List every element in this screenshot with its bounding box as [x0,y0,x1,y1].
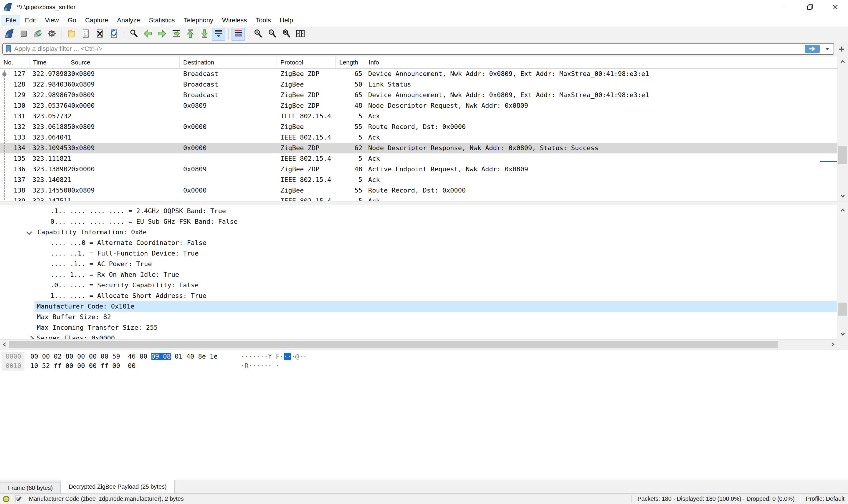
detail-line-5[interactable]: .... .1.. = AC Power: True [0,259,837,269]
detail-line-3[interactable]: .... ...0 = Alternate Coordinator: False [0,238,837,248]
menu-capture[interactable]: Capture [81,15,112,25]
zoom-out-button[interactable] [265,28,279,41]
column-header-info[interactable]: Info [365,56,837,68]
scroll-down-arrow-icon[interactable] [837,191,848,201]
detail-line-4[interactable]: .... ..1. = Full-Function Device: True [0,248,837,259]
byte-view-tab-active[interactable]: Decrypted ZigBee Payload (25 bytes) [61,480,174,493]
detail-scrollbar[interactable] [837,205,848,339]
detail-line-7[interactable]: .0.. .... = Security Capability: False [0,280,837,291]
close-file-button[interactable] [93,28,107,41]
column-header-destination[interactable]: Destination [180,56,277,68]
menu-edit[interactable]: Edit [20,15,40,25]
packet-row-133[interactable]: 133323.064041IEEE 802.15.45Ack [0,132,837,143]
hex-row-0[interactable]: 000000 00 02 80 00 00 00 59 46 00 09 08 … [0,352,848,361]
packet-row-132[interactable]: 132323.0618850x08090x0000ZigBee55Route R… [0,122,837,132]
scroll-left-arrow-icon[interactable] [0,339,9,349]
scroll-up-arrow-icon[interactable] [837,205,848,215]
column-header-length[interactable]: Length [336,56,365,68]
apply-filter-button[interactable] [805,45,820,53]
go-last-button[interactable] [198,28,211,41]
packet-row-135[interactable]: 135323.111821IEEE 802.15.45Ack [0,154,837,164]
expert-info-icon[interactable] [3,496,10,502]
menu-analyze[interactable]: Analyze [112,15,144,25]
cell-proto: ZigBee ZDP [277,90,336,101]
packet-row-128[interactable]: 128322.9840360x0809BroadcastZigBee50Link… [0,79,837,90]
go-first-button[interactable] [183,28,197,41]
packet-row-134[interactable]: 134323.1094530x08090x0000ZigBee ZDP62Nod… [0,143,837,154]
detail-line-1[interactable]: 0... .... .... .... = EU Sub-GHz FSK Ban… [0,216,837,227]
auto-scroll-button[interactable] [212,28,225,41]
packet-list-scroll-thumb[interactable] [838,146,847,164]
find-packet-button[interactable] [127,28,141,41]
detail-line-2[interactable]: Capability Information: 0x8e [0,227,837,238]
horizontal-scroll-thumb[interactable] [9,341,778,348]
save-file-button[interactable]: 010101100011 [79,28,92,41]
menu-telephony[interactable]: Telephony [179,15,218,25]
menu-tools[interactable]: Tools [251,15,275,25]
go-to-packet-button[interactable] [170,28,183,41]
packet-row-136[interactable]: 136323.1389020x00000x0809ZigBee ZDP48Act… [0,164,837,175]
scroll-up-arrow-icon[interactable] [837,56,848,67]
packet-row-127[interactable]: 127322.9789830x0809BroadcastZigBee ZDP65… [0,69,837,79]
detail-line-11[interactable]: Max Incoming Transfer Size: 255 [0,322,837,333]
cell-proto: ZigBee ZDP [277,69,336,79]
restore-button[interactable] [797,0,823,14]
profile-label[interactable]: Profile: Default [806,496,848,502]
stop-capture-button[interactable] [17,28,30,41]
packet-row-129[interactable]: 129322.9898670x0809BroadcastZigBee ZDP65… [0,90,837,101]
column-header-source[interactable]: Source [67,56,180,68]
packet-list-scrollbar[interactable] [837,56,848,201]
zoom-in-icon [253,29,263,40]
cell-info: Node Descriptor Request, Nwk Addr: 0x080… [365,101,837,111]
capture-options-button[interactable] [45,28,59,41]
filter-dropdown-chevron-icon[interactable] [825,47,830,52]
go-back-button[interactable] [141,28,155,41]
menu-wireless[interactable]: Wireless [218,15,251,25]
menu-file[interactable]: File [1,15,20,25]
detail-horizontal-scrollbar[interactable] [0,339,837,349]
scroll-right-arrow-icon[interactable] [829,339,837,349]
add-filter-button-button[interactable]: + [836,42,847,55]
display-filter-input[interactable]: Apply a display filter ... <Ctrl-/> [2,43,834,55]
packet-row-138[interactable]: 138323.1455000x08090x0000ZigBee55Route R… [0,185,837,196]
close-button[interactable] [823,0,848,14]
zoom-original-button[interactable] [280,28,293,41]
column-header-no[interactable]: No. [0,56,30,68]
chevron-right-icon[interactable] [28,336,34,339]
byte-view-tab-inactive[interactable]: Frame (60 bytes) [0,482,61,493]
start-capture-button[interactable] [3,28,16,41]
chevron-down-icon[interactable] [26,229,32,235]
scroll-down-arrow-icon[interactable] [837,329,848,339]
go-forward-button[interactable] [155,28,169,41]
detail-line-10[interactable]: Max Buffer Size: 82 [0,312,837,322]
packet-row-131[interactable]: 131323.057732IEEE 802.15.45Ack [0,111,837,122]
menu-go[interactable]: Go [63,15,81,25]
detail-line-0[interactable]: .1.. .... .... .... = 2.4GHz OQPSK Band:… [0,206,837,216]
save-file-icon: 010101100011 [81,29,91,40]
column-header-time[interactable]: Time [30,56,67,68]
column-header-protocol[interactable]: Protocol [277,56,336,68]
pane-splitter[interactable] [0,201,848,205]
reload-file-button[interactable] [107,28,121,41]
packet-row-130[interactable]: 130323.0537640x00000x0809ZigBee ZDP48Nod… [0,101,837,111]
capture-comment-icon[interactable] [14,495,22,503]
hex-row-1[interactable]: 001010 52 ff 00 00 00 ff 00 00·R······ · [0,361,848,371]
open-file-button[interactable] [65,28,78,41]
menu-view[interactable]: View [40,15,63,25]
menu-help[interactable]: Help [276,15,298,25]
restart-capture-button[interactable] [31,28,45,41]
packet-row-137[interactable]: 137323.140821IEEE 802.15.45Ack [0,175,837,185]
detail-line-9[interactable]: Manufacturer Code: 0x101e [0,301,837,312]
packet-row-139[interactable]: 139323.147511IEEE 802.15.45Ack [0,196,837,201]
detail-scroll-thumb[interactable] [838,303,847,316]
colorize-button[interactable] [231,28,245,41]
resize-columns-button[interactable] [294,28,307,41]
detail-line-12[interactable]: Server Flags: 0x0000 [0,333,837,339]
packet-bytes-pane[interactable]: 000000 00 02 80 00 00 00 59 46 00 09 08 … [0,349,848,480]
detail-line-8[interactable]: 1... .... = Allocate Short Address: True [0,291,837,301]
menu-statistics[interactable]: Statistics [145,15,179,25]
filter-bookmark-icon[interactable] [5,44,12,53]
zoom-in-button[interactable] [251,28,265,41]
minimize-button[interactable] [772,0,797,14]
detail-line-6[interactable]: .... 1... = Rx On When Idle: True [0,269,837,280]
